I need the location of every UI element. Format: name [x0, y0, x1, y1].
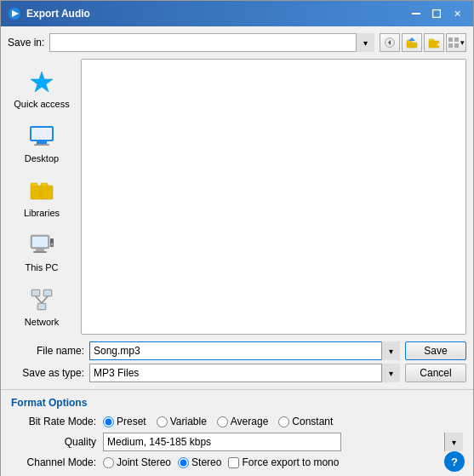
minimize-icon — [412, 13, 420, 14]
radio-preset-input[interactable] — [103, 416, 114, 427]
file-browser[interactable] — [81, 59, 466, 335]
computer-icon — [26, 230, 57, 261]
radio-average[interactable]: Average — [217, 416, 268, 427]
quality-label: Quality — [11, 436, 96, 448]
svg-rect-14 — [448, 43, 453, 48]
up-icon — [406, 37, 418, 49]
title-bar-left: Export Audio — [8, 7, 90, 20]
svg-rect-36 — [38, 304, 45, 309]
audio-icon — [8, 7, 21, 20]
save-in-combo-wrapper: ▾ — [49, 33, 374, 52]
back-icon — [385, 37, 395, 48]
help-button[interactable]: ? — [444, 451, 465, 472]
view-button[interactable]: ▾ — [446, 33, 466, 52]
radio-variable[interactable]: Variable — [157, 416, 207, 427]
save-button[interactable]: Save — [405, 341, 466, 360]
svg-rect-19 — [37, 141, 47, 144]
format-options-title: Format Options — [11, 397, 463, 409]
close-button[interactable]: ✕ — [448, 6, 466, 21]
svg-rect-34 — [44, 290, 51, 295]
quality-row: Quality Medium, 145-185 kbps Low, 90-120… — [11, 433, 463, 451]
save-as-type-row: Save as type: MP3 Files WAV Files FLAC F… — [8, 364, 466, 382]
radio-preset-label: Preset — [117, 416, 146, 427]
bit-rate-mode-row: Bit Rate Mode: Preset Variable Average C… — [11, 416, 463, 427]
title-bar: Export Audio ✕ — [1, 1, 473, 26]
radio-joint-stereo-input[interactable] — [103, 457, 114, 468]
cancel-button[interactable]: Cancel — [405, 364, 466, 382]
svg-rect-32 — [32, 290, 39, 295]
save-in-label: Save in: — [8, 37, 44, 49]
radio-preset[interactable]: Preset — [103, 416, 146, 427]
save-as-type-combo-wrapper: MP3 Files WAV Files FLAC Files OGG Files… — [89, 364, 400, 382]
radio-average-input[interactable] — [217, 416, 228, 427]
sidebar-item-libraries[interactable]: Libraries — [8, 171, 76, 222]
radio-average-label: Average — [231, 416, 268, 427]
svg-rect-23 — [41, 186, 53, 199]
quality-select-wrapper: Medium, 145-185 kbps Low, 90-120 kbps Hi… — [103, 433, 463, 451]
title-buttons: ✕ — [407, 6, 466, 21]
svg-rect-22 — [31, 183, 37, 186]
channel-group: Joint Stereo Stereo Force export to mono — [103, 456, 339, 468]
svg-line-38 — [42, 296, 48, 303]
sidebar: Quick access Desktop — [8, 59, 76, 335]
back-button[interactable] — [380, 33, 400, 52]
svg-text:+: + — [437, 41, 440, 49]
file-name-input[interactable] — [89, 341, 400, 360]
bit-rate-radio-group: Preset Variable Average Constant — [103, 416, 333, 427]
export-audio-dialog: Export Audio ✕ Save in: ▾ — [0, 0, 474, 476]
sidebar-item-this-pc[interactable]: This PC — [8, 226, 76, 277]
radio-joint-stereo[interactable]: Joint Stereo — [103, 456, 171, 468]
svg-point-30 — [51, 244, 54, 246]
radio-stereo-input[interactable] — [178, 457, 189, 468]
new-folder-button[interactable]: + — [424, 33, 444, 52]
sidebar-label-libraries: Libraries — [24, 208, 60, 218]
sidebar-item-network[interactable]: Network — [8, 280, 76, 331]
main-area: Quick access Desktop — [8, 59, 466, 335]
window-title: Export Audio — [26, 8, 90, 20]
view-dropdown-arrow: ▾ — [460, 38, 465, 47]
svg-rect-15 — [454, 43, 459, 48]
svg-rect-18 — [31, 128, 52, 140]
force-mono-label: Force export to mono — [242, 456, 339, 468]
view-icon — [448, 37, 460, 49]
radio-constant-input[interactable] — [278, 416, 289, 427]
channel-mode-row: Channel Mode: Joint Stereo Stereo Force … — [11, 456, 463, 468]
svg-rect-28 — [33, 251, 47, 253]
quality-select[interactable]: Medium, 145-185 kbps Low, 90-120 kbps Hi… — [103, 433, 341, 451]
bottom-rows: File name: ▾ Save Save as type: MP3 File… — [8, 341, 466, 382]
libraries-icon — [26, 175, 57, 206]
format-options-section: Format Options Bit Rate Mode: Preset Var… — [1, 389, 473, 476]
bit-rate-label: Bit Rate Mode: — [11, 416, 96, 427]
up-button[interactable] — [402, 33, 422, 52]
channel-mode-label: Channel Mode: — [11, 456, 96, 468]
new-folder-icon: + — [428, 37, 440, 49]
svg-rect-12 — [448, 37, 453, 42]
dialog-content: Save in: ▾ — [1, 26, 473, 389]
radio-stereo-label: Stereo — [191, 456, 221, 468]
save-as-type-select[interactable]: MP3 Files WAV Files FLAC Files OGG Files — [89, 364, 400, 382]
svg-rect-20 — [34, 144, 49, 146]
radio-constant[interactable]: Constant — [278, 416, 333, 427]
force-mono-checkbox-label[interactable]: Force export to mono — [228, 456, 339, 468]
svg-rect-10 — [429, 39, 434, 42]
svg-rect-27 — [36, 249, 44, 251]
minimize-button[interactable] — [407, 6, 425, 21]
toolbar-buttons: + ▾ — [380, 33, 466, 52]
svg-line-37 — [36, 296, 42, 303]
radio-constant-label: Constant — [292, 416, 333, 427]
svg-marker-16 — [31, 72, 53, 92]
sidebar-item-quick-access[interactable]: Quick access — [8, 62, 76, 113]
sidebar-label-quick-access: Quick access — [14, 99, 69, 109]
maximize-button[interactable] — [427, 6, 446, 21]
svg-rect-2 — [412, 13, 420, 14]
radio-stereo[interactable]: Stereo — [178, 456, 221, 468]
radio-variable-input[interactable] — [157, 416, 168, 427]
svg-rect-24 — [41, 183, 48, 186]
maximize-icon — [432, 9, 441, 18]
radio-variable-label: Variable — [170, 416, 207, 427]
save-in-select[interactable] — [49, 33, 374, 52]
network-icon — [26, 284, 57, 315]
radio-joint-stereo-label: Joint Stereo — [117, 456, 171, 468]
force-mono-checkbox[interactable] — [228, 457, 239, 468]
sidebar-item-desktop[interactable]: Desktop — [8, 117, 76, 168]
